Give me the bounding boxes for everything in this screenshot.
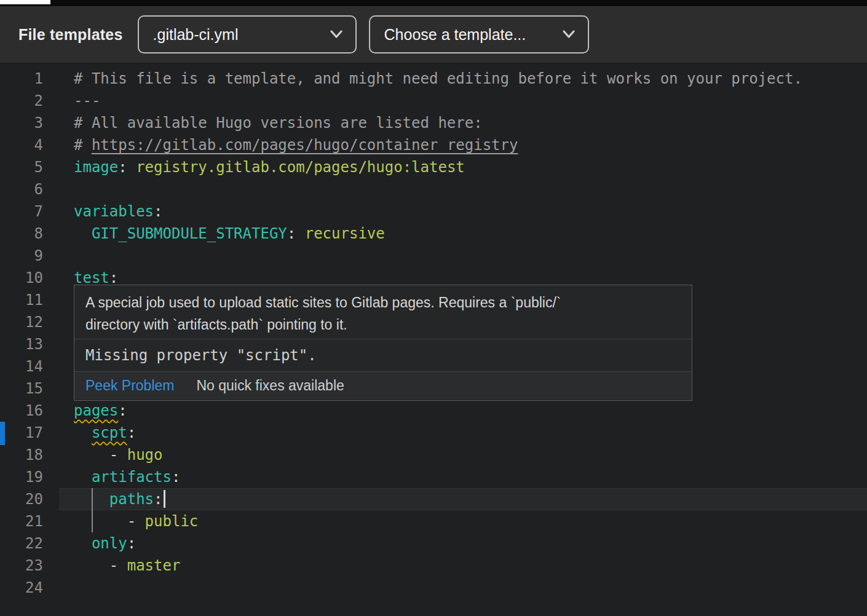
code-line[interactable]: 2--- bbox=[0, 90, 867, 112]
code-line[interactable]: 16pages: bbox=[0, 400, 867, 422]
code-token: - bbox=[127, 513, 145, 530]
line-number: 18 bbox=[0, 444, 43, 466]
code-token: : bbox=[172, 468, 180, 486]
line-content: only: bbox=[43, 532, 136, 555]
line-number: 2 bbox=[0, 90, 43, 112]
line-content bbox=[43, 577, 74, 599]
code-line[interactable]: 20 paths: bbox=[0, 488, 867, 510]
line-number: 11 bbox=[0, 289, 43, 311]
line-content: pages: bbox=[43, 400, 127, 422]
line-content: variables: bbox=[43, 200, 163, 223]
tooltip-description: A special job used to upload static site… bbox=[74, 285, 692, 339]
code-token: # This file is a template, and might nee… bbox=[74, 70, 802, 87]
line-content: scpt: bbox=[43, 422, 136, 444]
browser-tab-indicator bbox=[0, 0, 50, 4]
line-content bbox=[43, 178, 74, 200]
code-token: : bbox=[127, 535, 136, 552]
file-templates-screen: File templates .gitlab-ci.yml Choose a t… bbox=[0, 0, 867, 616]
peek-problem-link[interactable]: Peek Problem bbox=[85, 377, 174, 394]
hover-tooltip: A special job used to upload static site… bbox=[74, 285, 692, 401]
code-token: https://gitlab.com/pages/hugo/container_… bbox=[92, 136, 518, 154]
line-content bbox=[43, 355, 74, 377]
tooltip-description-line1: A special job used to upload static site… bbox=[85, 291, 681, 314]
line-number: 9 bbox=[0, 245, 43, 267]
code-line[interactable]: 17 scpt: bbox=[0, 422, 867, 444]
line-content bbox=[43, 333, 74, 355]
code-token: test bbox=[74, 269, 109, 286]
line-content: - hugo bbox=[43, 444, 163, 466]
code-line[interactable]: 19 artifacts: bbox=[0, 466, 867, 488]
code-line[interactable]: 1# This file is a template, and might ne… bbox=[0, 68, 867, 90]
code-token: pages bbox=[74, 402, 118, 419]
code-token bbox=[74, 424, 92, 441]
code-token: image bbox=[74, 159, 118, 176]
line-number: 1 bbox=[0, 68, 43, 90]
text-cursor bbox=[164, 490, 165, 508]
file-templates-label: File templates bbox=[18, 26, 123, 44]
code-token: : bbox=[118, 159, 136, 176]
code-line[interactable]: 7variables: bbox=[0, 200, 867, 223]
code-line[interactable]: 22 only: bbox=[0, 532, 867, 555]
code-line[interactable]: 3# All available Hugo versions are liste… bbox=[0, 112, 867, 134]
line-number: 24 bbox=[0, 577, 43, 599]
code-token: registry.gitlab.com/pages/hugo:latest bbox=[136, 159, 465, 176]
line-number: 4 bbox=[0, 134, 43, 156]
code-line[interactable]: 24 bbox=[0, 577, 867, 599]
code-token: : bbox=[154, 203, 162, 220]
code-line[interactable]: 8 GIT_SUBMODULE_STRATEGY: recursive bbox=[0, 223, 867, 245]
code-token: only bbox=[92, 535, 127, 552]
line-number: 15 bbox=[0, 377, 43, 400]
code-line[interactable]: 6 bbox=[0, 178, 867, 200]
code-token: - bbox=[109, 557, 127, 574]
template-dropdown[interactable]: Choose a template... bbox=[369, 15, 589, 53]
code-token: artifacts bbox=[92, 468, 172, 486]
code-line[interactable]: 9 bbox=[0, 245, 867, 267]
line-number: 6 bbox=[0, 178, 43, 200]
line-number: 5 bbox=[0, 156, 43, 178]
line-number: 10 bbox=[0, 267, 43, 289]
code-line[interactable]: 4# https://gitlab.com/pages/hugo/contain… bbox=[0, 134, 867, 156]
file-type-dropdown-value: .gitlab-ci.yml bbox=[153, 26, 239, 44]
line-number: 19 bbox=[0, 466, 43, 488]
line-number: 14 bbox=[0, 355, 43, 377]
code-token bbox=[74, 225, 92, 242]
code-token: GIT_SUBMODULE_STRATEGY bbox=[92, 225, 287, 242]
code-token: # bbox=[74, 136, 92, 154]
chevron-down-icon bbox=[562, 30, 576, 39]
code-token: : bbox=[118, 402, 127, 419]
code-token: public bbox=[145, 513, 199, 530]
code-line[interactable]: 5image: registry.gitlab.com/pages/hugo:l… bbox=[0, 156, 867, 178]
no-quick-fixes-label: No quick fixes available bbox=[196, 377, 344, 394]
code-editor[interactable]: 1# This file is a template, and might ne… bbox=[0, 63, 867, 616]
code-token: scpt bbox=[92, 424, 127, 441]
line-content: GIT_SUBMODULE_STRATEGY: recursive bbox=[43, 223, 385, 245]
line-number: 3 bbox=[0, 112, 43, 134]
line-number: 12 bbox=[0, 311, 43, 333]
code-line[interactable]: 23 - master bbox=[0, 555, 867, 577]
line-content: image: registry.gitlab.com/pages/hugo:la… bbox=[43, 156, 465, 178]
code-token: paths bbox=[109, 491, 154, 508]
code-token bbox=[74, 513, 127, 530]
line-content: paths: bbox=[43, 488, 165, 510]
code-token: - bbox=[109, 446, 127, 464]
tooltip-problem-message: Missing property "script". bbox=[74, 339, 692, 372]
line-number: 22 bbox=[0, 532, 43, 555]
tooltip-description-line2: directory with `artifacts.path` pointing… bbox=[85, 314, 681, 336]
code-line[interactable]: 21 - public bbox=[0, 510, 867, 532]
line-content bbox=[43, 245, 74, 267]
line-content: # This file is a template, and might nee… bbox=[43, 68, 802, 90]
tooltip-status-row: Peek Problem No quick fixes available bbox=[74, 372, 692, 400]
line-number: 7 bbox=[0, 200, 43, 223]
code-token bbox=[74, 468, 92, 486]
line-number: 16 bbox=[0, 400, 43, 422]
code-token: master bbox=[127, 557, 181, 574]
gutter-line-marker bbox=[0, 422, 5, 445]
template-dropdown-value: Choose a template... bbox=[384, 26, 526, 44]
file-type-dropdown[interactable]: .gitlab-ci.yml bbox=[138, 15, 357, 53]
code-line[interactable]: 18 - hugo bbox=[0, 444, 867, 466]
file-templates-header: File templates .gitlab-ci.yml Choose a t… bbox=[0, 6, 867, 63]
code-token: recursive bbox=[305, 225, 385, 242]
code-token: : bbox=[109, 269, 118, 286]
line-content bbox=[43, 377, 74, 400]
code-token bbox=[74, 535, 92, 552]
